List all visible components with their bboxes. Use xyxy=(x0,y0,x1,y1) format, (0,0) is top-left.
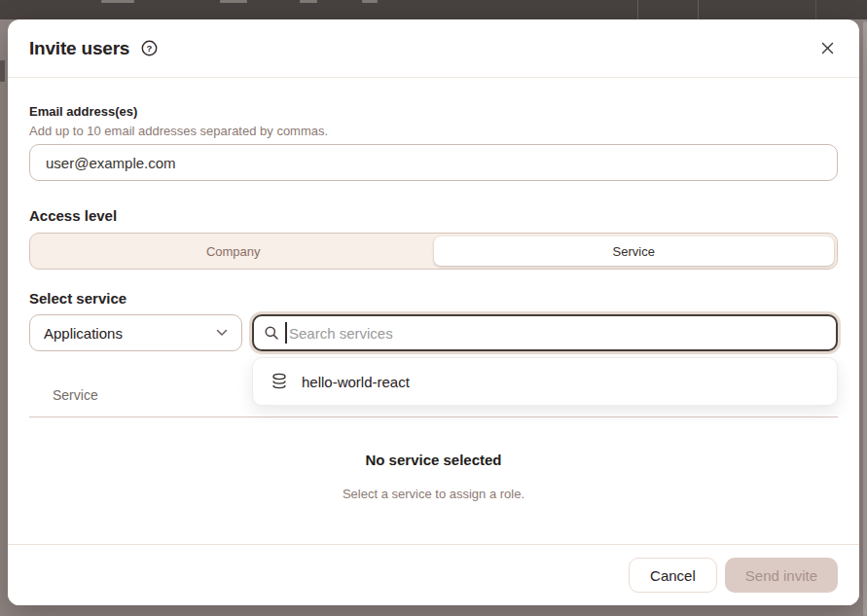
service-search-box xyxy=(252,314,838,351)
access-level-label: Access level xyxy=(29,207,838,225)
access-level-toggle: Company Service xyxy=(29,233,838,270)
svg-text:?: ? xyxy=(147,43,153,54)
chevron-down-icon xyxy=(216,329,228,337)
service-stack-icon xyxy=(271,372,288,391)
background-text-fragment xyxy=(101,0,134,3)
empty-state-title: No service selected xyxy=(29,452,838,468)
segment-label: Service xyxy=(613,244,655,259)
select-service-label: Select service xyxy=(29,290,838,308)
empty-state-subtitle: Select a service to assign a role. xyxy=(29,487,838,501)
access-level-option-company[interactable]: Company xyxy=(33,236,434,266)
close-icon xyxy=(821,42,834,54)
send-invite-button[interactable]: Send invite xyxy=(725,558,838,593)
background-text-fragment xyxy=(300,0,317,3)
service-column-header: Service xyxy=(53,387,98,403)
background-text-fragment xyxy=(362,0,378,3)
service-search-input[interactable] xyxy=(252,314,838,351)
service-type-dropdown[interactable]: Applications xyxy=(29,314,242,351)
topbar-separator xyxy=(637,0,638,19)
email-label: Email address(es) xyxy=(29,104,838,119)
topbar-separator xyxy=(698,0,699,19)
email-helper-text: Add up to 10 email addresses separated b… xyxy=(29,124,838,138)
invite-users-modal: Invite users ? Email address(es) Add up … xyxy=(8,19,859,605)
segment-label: Company xyxy=(206,244,261,259)
close-button[interactable] xyxy=(817,38,838,58)
cancel-button[interactable]: Cancel xyxy=(629,558,717,593)
text-caret xyxy=(285,322,287,344)
background-scrollbar xyxy=(863,21,867,616)
modal-header: Invite users ? xyxy=(8,19,859,78)
modal-body: Email address(es) Add up to 10 email add… xyxy=(8,78,859,501)
service-result-item[interactable]: hello-world-react xyxy=(253,358,837,405)
background-text-fragment xyxy=(0,60,5,82)
service-result-name: hello-world-react xyxy=(302,374,410,390)
background-text-fragment xyxy=(220,0,247,3)
modal-title: Invite users xyxy=(29,38,129,59)
topbar-separator xyxy=(815,0,816,19)
access-level-option-service[interactable]: Service xyxy=(434,236,835,266)
background-topbar xyxy=(0,0,867,19)
question-mark-circle-icon: ? xyxy=(141,40,158,56)
select-service-row: Applications xyxy=(29,314,838,351)
modal-footer: Cancel Send invite xyxy=(8,544,859,605)
search-results-panel: hello-world-react xyxy=(252,357,838,406)
email-section: Email address(es) Add up to 10 email add… xyxy=(29,104,838,181)
email-input[interactable] xyxy=(29,144,838,181)
service-type-value: Applications xyxy=(44,325,123,342)
help-icon[interactable]: ? xyxy=(141,40,158,56)
